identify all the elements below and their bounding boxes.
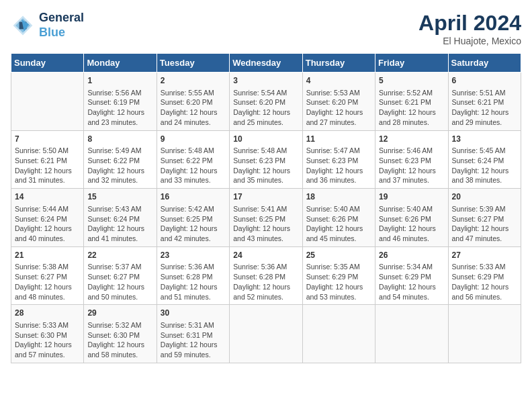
day-number: 5: [379, 75, 444, 87]
calendar-week-row: 28Sunrise: 5:33 AM Sunset: 6:30 PM Dayli…: [11, 305, 521, 363]
day-number: 12: [379, 134, 444, 145]
day-number: 27: [452, 250, 517, 261]
calendar-cell: 6Sunrise: 5:51 AM Sunset: 6:21 PM Daylig…: [448, 73, 521, 131]
calendar-cell: 25Sunrise: 5:35 AM Sunset: 6:29 PM Dayli…: [302, 246, 375, 305]
day-number: 14: [15, 191, 80, 203]
day-info: Sunrise: 5:47 AM Sunset: 6:23 PM Dayligh…: [306, 146, 371, 185]
weekday-header: Friday: [375, 54, 448, 73]
day-number: 7: [15, 134, 80, 145]
day-number: 11: [306, 134, 371, 145]
day-info: Sunrise: 5:37 AM Sunset: 6:27 PM Dayligh…: [87, 262, 152, 302]
calendar-cell: 20Sunrise: 5:39 AM Sunset: 6:27 PM Dayli…: [448, 189, 521, 247]
weekday-row: SundayMondayTuesdayWednesdayThursdayFrid…: [11, 54, 521, 73]
day-info: Sunrise: 5:52 AM Sunset: 6:21 PM Dayligh…: [379, 88, 444, 128]
day-number: 3: [233, 75, 298, 87]
calendar-cell: 27Sunrise: 5:33 AM Sunset: 6:29 PM Dayli…: [448, 246, 521, 305]
calendar-cell: 19Sunrise: 5:40 AM Sunset: 6:26 PM Dayli…: [375, 189, 448, 247]
calendar-cell: 11Sunrise: 5:47 AM Sunset: 6:23 PM Dayli…: [302, 130, 375, 189]
day-number: 6: [452, 75, 517, 87]
day-number: 30: [161, 308, 226, 319]
day-number: 4: [306, 75, 371, 87]
day-number: 26: [379, 250, 444, 261]
calendar-cell: 22Sunrise: 5:37 AM Sunset: 6:27 PM Dayli…: [84, 246, 157, 305]
day-info: Sunrise: 5:51 AM Sunset: 6:21 PM Dayligh…: [452, 88, 517, 128]
calendar-table: SundayMondayTuesdayWednesdayThursdayFrid…: [11, 53, 521, 363]
calendar-cell: 26Sunrise: 5:34 AM Sunset: 6:29 PM Dayli…: [375, 246, 448, 305]
weekday-header: Monday: [84, 54, 157, 73]
calendar-cell: 1Sunrise: 5:56 AM Sunset: 6:19 PM Daylig…: [84, 73, 157, 131]
day-info: Sunrise: 5:55 AM Sunset: 6:20 PM Dayligh…: [161, 88, 226, 128]
day-number: 15: [87, 191, 152, 203]
day-number: 24: [233, 250, 298, 261]
calendar-cell: 23Sunrise: 5:36 AM Sunset: 6:28 PM Dayli…: [157, 246, 229, 305]
day-info: Sunrise: 5:48 AM Sunset: 6:22 PM Dayligh…: [161, 146, 226, 185]
day-info: Sunrise: 5:40 AM Sunset: 6:26 PM Dayligh…: [379, 204, 444, 244]
day-info: Sunrise: 5:48 AM Sunset: 6:23 PM Dayligh…: [233, 146, 298, 185]
logo-icon: [11, 13, 35, 38]
day-info: Sunrise: 5:36 AM Sunset: 6:28 PM Dayligh…: [161, 262, 226, 302]
month-title: April 2024: [418, 11, 521, 36]
calendar-cell: 12Sunrise: 5:46 AM Sunset: 6:23 PM Dayli…: [375, 130, 448, 189]
day-info: Sunrise: 5:53 AM Sunset: 6:20 PM Dayligh…: [306, 88, 371, 128]
day-number: 19: [379, 191, 444, 203]
calendar-cell: 5Sunrise: 5:52 AM Sunset: 6:21 PM Daylig…: [375, 73, 448, 131]
day-info: Sunrise: 5:46 AM Sunset: 6:23 PM Dayligh…: [379, 146, 444, 185]
day-info: Sunrise: 5:34 AM Sunset: 6:29 PM Dayligh…: [379, 262, 444, 302]
day-number: 21: [15, 250, 80, 261]
day-info: Sunrise: 5:56 AM Sunset: 6:19 PM Dayligh…: [87, 88, 152, 128]
day-info: Sunrise: 5:32 AM Sunset: 6:30 PM Dayligh…: [87, 320, 152, 360]
day-number: 8: [87, 134, 152, 145]
calendar-cell: 15Sunrise: 5:43 AM Sunset: 6:24 PM Dayli…: [84, 189, 157, 247]
day-number: 9: [161, 134, 226, 145]
weekday-header: Thursday: [302, 54, 375, 73]
calendar-cell: 7Sunrise: 5:50 AM Sunset: 6:21 PM Daylig…: [11, 130, 84, 189]
calendar-week-row: 1Sunrise: 5:56 AM Sunset: 6:19 PM Daylig…: [11, 73, 521, 131]
calendar-cell: [11, 73, 84, 131]
calendar-cell: 4Sunrise: 5:53 AM Sunset: 6:20 PM Daylig…: [302, 73, 375, 131]
calendar-cell: 14Sunrise: 5:44 AM Sunset: 6:24 PM Dayli…: [11, 189, 84, 247]
calendar-cell: [448, 305, 521, 363]
day-info: Sunrise: 5:35 AM Sunset: 6:29 PM Dayligh…: [306, 262, 371, 302]
logo-text: General Blue: [39, 11, 84, 40]
day-info: Sunrise: 5:41 AM Sunset: 6:25 PM Dayligh…: [233, 204, 298, 244]
day-number: 29: [87, 308, 152, 319]
calendar-cell: [375, 305, 448, 363]
day-info: Sunrise: 5:49 AM Sunset: 6:22 PM Dayligh…: [87, 146, 152, 185]
location: El Huajote, Mexico: [418, 36, 521, 46]
day-number: 16: [161, 191, 226, 203]
day-info: Sunrise: 5:39 AM Sunset: 6:27 PM Dayligh…: [452, 204, 517, 244]
weekday-header: Tuesday: [157, 54, 229, 73]
calendar-cell: 30Sunrise: 5:31 AM Sunset: 6:31 PM Dayli…: [157, 305, 229, 363]
day-info: Sunrise: 5:33 AM Sunset: 6:29 PM Dayligh…: [452, 262, 517, 302]
calendar-cell: [302, 305, 375, 363]
day-info: Sunrise: 5:43 AM Sunset: 6:24 PM Dayligh…: [87, 204, 152, 244]
calendar-week-row: 7Sunrise: 5:50 AM Sunset: 6:21 PM Daylig…: [11, 130, 521, 189]
logo: General Blue: [11, 11, 84, 40]
day-info: Sunrise: 5:54 AM Sunset: 6:20 PM Dayligh…: [233, 88, 298, 128]
day-number: 18: [306, 191, 371, 203]
calendar-cell: 2Sunrise: 5:55 AM Sunset: 6:20 PM Daylig…: [157, 73, 229, 131]
calendar-cell: 16Sunrise: 5:42 AM Sunset: 6:25 PM Dayli…: [157, 189, 229, 247]
calendar-cell: 3Sunrise: 5:54 AM Sunset: 6:20 PM Daylig…: [230, 73, 302, 131]
weekday-header: Saturday: [448, 54, 521, 73]
calendar-cell: 13Sunrise: 5:45 AM Sunset: 6:24 PM Dayli…: [448, 130, 521, 189]
day-number: 1: [87, 75, 152, 87]
day-info: Sunrise: 5:36 AM Sunset: 6:28 PM Dayligh…: [233, 262, 298, 302]
calendar-cell: 8Sunrise: 5:49 AM Sunset: 6:22 PM Daylig…: [84, 130, 157, 189]
day-number: 25: [306, 250, 371, 261]
calendar-cell: 10Sunrise: 5:48 AM Sunset: 6:23 PM Dayli…: [230, 130, 302, 189]
calendar-cell: [230, 305, 302, 363]
day-number: 13: [452, 134, 517, 145]
calendar-body: 1Sunrise: 5:56 AM Sunset: 6:19 PM Daylig…: [11, 73, 521, 363]
day-info: Sunrise: 5:44 AM Sunset: 6:24 PM Dayligh…: [15, 204, 80, 244]
day-info: Sunrise: 5:38 AM Sunset: 6:27 PM Dayligh…: [15, 262, 80, 302]
day-number: 10: [233, 134, 298, 145]
day-number: 20: [452, 191, 517, 203]
calendar-week-row: 21Sunrise: 5:38 AM Sunset: 6:27 PM Dayli…: [11, 246, 521, 305]
calendar-cell: 29Sunrise: 5:32 AM Sunset: 6:30 PM Dayli…: [84, 305, 157, 363]
day-info: Sunrise: 5:42 AM Sunset: 6:25 PM Dayligh…: [161, 204, 226, 244]
day-number: 28: [15, 308, 80, 319]
calendar-cell: 18Sunrise: 5:40 AM Sunset: 6:26 PM Dayli…: [302, 189, 375, 247]
calendar-cell: 21Sunrise: 5:38 AM Sunset: 6:27 PM Dayli…: [11, 246, 84, 305]
page-header: General Blue April 2024 El Huajote, Mexi…: [11, 11, 521, 46]
